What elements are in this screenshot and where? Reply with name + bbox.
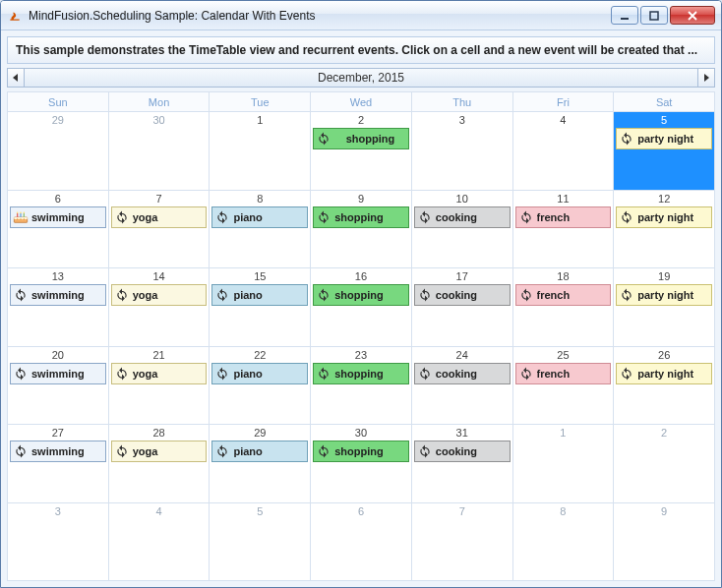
calendar-cell[interactable]: 1 (210, 112, 311, 191)
calendar-event[interactable]: swimming (10, 284, 106, 306)
event-label: party night (637, 211, 709, 223)
calendar-cell[interactable]: 4 (109, 503, 211, 582)
calendar-event[interactable]: party night (616, 206, 712, 228)
calendar-cell[interactable]: 30shopping (311, 425, 412, 503)
calendar-cell[interactable]: 14yoga (109, 268, 211, 347)
event-label: cooking (436, 289, 508, 301)
close-button[interactable] (670, 6, 715, 25)
calendar-cell[interactable]: 29piano (210, 425, 311, 503)
calendar-event[interactable]: shopping (313, 441, 409, 462)
calendar-cell[interactable]: 18french (513, 268, 615, 347)
calendar-event[interactable]: french (515, 363, 612, 384)
event-label: yoga (133, 289, 205, 301)
calendar-event[interactable]: cooking (414, 206, 511, 228)
calendar-cell[interactable]: 23shopping (311, 347, 412, 426)
calendar-event[interactable]: piano (211, 363, 308, 384)
info-bar: This sample demonstrates the TimeTable v… (7, 36, 715, 64)
calendar-event[interactable]: cooking (414, 284, 511, 306)
java-icon (7, 8, 23, 24)
calendar-cell[interactable]: 24cooking (412, 347, 513, 426)
calendar-event[interactable]: piano (211, 284, 308, 306)
calendar-cell[interactable]: 19party night (614, 268, 715, 347)
calendar-event[interactable]: yoga (111, 363, 208, 384)
calendar-cell[interactable]: 26party night (614, 347, 715, 426)
calendar-event[interactable]: swimming (10, 441, 106, 462)
calendar-event[interactable]: french (515, 206, 612, 228)
calendar-event[interactable]: yoga (111, 206, 208, 228)
month-title[interactable]: December, 2015 (25, 68, 697, 88)
calendar-event[interactable]: swimming (10, 363, 106, 384)
calendar-event[interactable]: shopping (313, 363, 409, 384)
next-month-button[interactable] (697, 68, 715, 88)
calendar-cell[interactable]: 25french (513, 347, 615, 426)
calendar-cell[interactable]: 2shopping (311, 112, 412, 191)
calendar-cell[interactable]: 13swimming (8, 268, 109, 347)
maximize-button[interactable] (640, 6, 668, 25)
calendar-event[interactable]: shopping (313, 284, 409, 306)
event-label: swimming (31, 211, 103, 223)
calendar-cell[interactable]: 20swimming (8, 347, 109, 426)
minimize-button[interactable] (611, 6, 638, 25)
recurring-icon (13, 443, 29, 459)
calendar-event[interactable]: party night (616, 128, 712, 149)
calendar-cell[interactable]: 8 (513, 503, 615, 582)
calendar-event[interactable]: shopping (313, 206, 409, 228)
prev-month-button[interactable] (7, 68, 25, 88)
event-label: piano (233, 211, 305, 223)
calendar-cell[interactable]: 7 (412, 503, 513, 582)
titlebar[interactable]: MindFusion.Scheduling Sample: Calendar W… (1, 1, 721, 30)
calendar-event[interactable]: cooking (414, 363, 511, 384)
calendar-cell[interactable]: 21yoga (109, 347, 211, 426)
event-label: french (537, 368, 609, 380)
day-number: 27 (8, 425, 108, 440)
calendar-event[interactable]: shopping (313, 128, 409, 149)
recurring-icon (214, 366, 230, 382)
calendar-cell[interactable]: 3 (8, 503, 109, 582)
calendar-cell[interactable]: 5party night (614, 112, 715, 191)
calendar-event[interactable]: piano (211, 441, 308, 462)
calendar-cell[interactable]: 8piano (210, 191, 311, 269)
recurring-icon (13, 287, 29, 303)
calendar-event[interactable]: yoga (111, 284, 208, 306)
recurring-icon (619, 209, 634, 225)
calendar-cell[interactable]: 5 (210, 503, 311, 582)
calendar-cell[interactable]: 2 (614, 425, 715, 503)
calendar-cell[interactable]: 10cooking (412, 191, 513, 269)
calendar-cell[interactable]: 17cooking (412, 268, 513, 347)
calendar-cell[interactable]: 28yoga (109, 425, 211, 503)
day-number: 30 (311, 425, 411, 440)
calendar-cell[interactable]: 29 (8, 112, 109, 191)
calendar-cell[interactable]: 6 (311, 503, 412, 582)
calendar-cell[interactable]: 4 (513, 112, 615, 191)
calendar-cell[interactable]: 16shopping (311, 268, 412, 347)
calendar-cell[interactable]: 31cooking (412, 425, 513, 503)
recurring-icon (114, 287, 130, 303)
calendar-cell[interactable]: 6swimming (8, 191, 109, 269)
app-window: MindFusion.Scheduling Sample: Calendar W… (0, 0, 722, 588)
calendar-cell[interactable]: 11french (513, 191, 615, 269)
day-header: Sat (614, 92, 715, 112)
event-label: shopping (334, 133, 406, 145)
calendar-cell[interactable]: 15piano (210, 268, 311, 347)
calendar-event[interactable]: french (515, 284, 612, 306)
day-number: 7 (412, 503, 512, 518)
calendar-event[interactable]: party night (616, 363, 712, 384)
calendar-event[interactable]: party night (616, 284, 712, 306)
calendar-cell[interactable]: 9 (614, 503, 715, 582)
window-title: MindFusion.Scheduling Sample: Calendar W… (29, 9, 611, 23)
calendar-event[interactable]: piano (211, 206, 308, 228)
recurring-icon (417, 209, 433, 225)
calendar-cell[interactable]: 22piano (210, 347, 311, 426)
calendar-cell[interactable]: 3 (412, 112, 513, 191)
calendar-event[interactable]: cooking (414, 441, 511, 462)
calendar-cell[interactable]: 30 (109, 112, 211, 191)
calendar-cell[interactable]: 1 (513, 425, 615, 503)
day-number: 2 (614, 425, 714, 440)
calendar-cell[interactable]: 12party night (614, 191, 715, 269)
calendar-cell[interactable]: 27swimming (8, 425, 109, 503)
calendar-cell[interactable]: 7yoga (109, 191, 211, 269)
calendar-event[interactable]: yoga (111, 441, 208, 462)
calendar-event[interactable]: swimming (10, 206, 106, 228)
calendar-cell[interactable]: 9shopping (311, 191, 412, 269)
event-label: cooking (436, 368, 508, 380)
